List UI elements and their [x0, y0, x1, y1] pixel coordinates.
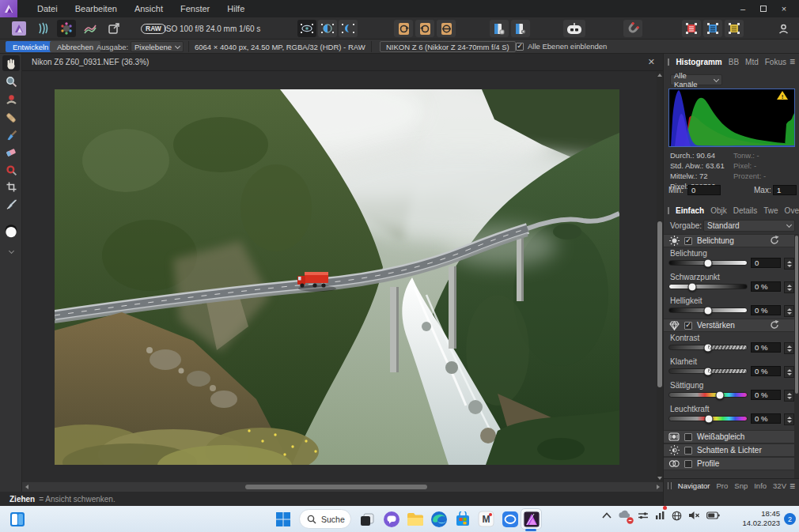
colour-swatch[interactable] — [2, 221, 20, 242]
section-schatten-lichter-header[interactable]: Schatten & Lichter — [664, 443, 799, 457]
document-close-icon[interactable]: ✕ — [648, 57, 655, 67]
overlay-eye-icon[interactable] — [297, 20, 316, 37]
min-input[interactable]: 0 — [687, 185, 721, 195]
section-profile-header[interactable]: Profile — [664, 457, 799, 470]
menu-datei[interactable]: Datei — [28, 1, 66, 17]
close-button[interactable]: × — [775, 2, 793, 15]
belichtung-value[interactable]: 0 — [751, 258, 781, 268]
stepper[interactable] — [784, 281, 794, 293]
belichtung-slider[interactable] — [668, 260, 748, 266]
microsoft-store-icon[interactable] — [452, 508, 473, 530]
onedrive-icon[interactable] — [618, 508, 631, 523]
restore-button[interactable] — [755, 2, 772, 15]
file-explorer-icon[interactable] — [404, 508, 426, 530]
menu-ansicht[interactable]: Ansicht — [126, 1, 172, 17]
menu-bearbeiten[interactable]: Bearbeiten — [66, 1, 126, 17]
stepper[interactable] — [784, 258, 794, 270]
network-globe-icon[interactable] — [672, 511, 682, 521]
widgets-icon[interactable] — [6, 508, 28, 530]
schwarzpunkt-slider[interactable] — [668, 284, 748, 289]
tab-fokus[interactable]: Fokus — [762, 55, 790, 69]
weissabgleich-checkbox[interactable] — [684, 433, 692, 441]
minimize-button[interactable]: – — [734, 2, 752, 15]
schatten-lichter-checkbox[interactable] — [684, 447, 692, 455]
assistant-robot-icon[interactable] — [563, 20, 585, 37]
horizontal-scroll-thumb[interactable] — [245, 485, 427, 489]
taskbar-clock[interactable]: 18:45 14.02.2023 — [742, 509, 780, 528]
show-all-layers-checkbox[interactable]: Alle Ebenen einblenden — [516, 42, 607, 51]
search-box[interactable]: Suche — [299, 509, 351, 529]
klarheit-slider[interactable] — [668, 368, 748, 374]
saettigung-value[interactable]: 0 % — [751, 390, 781, 400]
section-verstaerken-header[interactable]: Verstärken — [664, 319, 799, 332]
export-persona-icon[interactable] — [104, 20, 123, 37]
cancel-button[interactable]: Abbrechen — [50, 41, 100, 52]
kontrast-slider[interactable] — [668, 345, 748, 350]
overlay-erase-tool[interactable] — [2, 145, 20, 160]
kontrast-value[interactable]: 0 % — [751, 342, 781, 353]
helligkeit-value[interactable]: 0 % — [751, 305, 781, 315]
tab-tonwerte[interactable]: Twe — [760, 204, 781, 217]
document-tab[interactable]: Nikon Z6 Z60_0931.NEF (36.3%) — [32, 58, 149, 66]
tab-navigator[interactable]: Navigator — [675, 479, 714, 492]
tab-einfach[interactable]: Einfach — [672, 204, 707, 217]
develop-persona-icon[interactable] — [57, 20, 76, 37]
tab-overlays[interactable]: Ove — [782, 204, 799, 217]
tab-bb[interactable]: BB — [725, 55, 742, 69]
m-app-icon[interactable]: M — [475, 508, 497, 530]
straighten-icon[interactable] — [437, 20, 456, 37]
channel-dropdown[interactable]: Alle Kanäle — [670, 74, 722, 85]
rotate-counterclockwise-icon[interactable] — [415, 20, 434, 37]
stepper[interactable] — [784, 342, 794, 354]
tab-32v[interactable]: 32V — [770, 479, 790, 492]
swatch-expand-chevron-icon[interactable] — [2, 243, 20, 259]
start-button[interactable] — [272, 508, 293, 530]
helligkeit-slider[interactable] — [668, 308, 748, 313]
sections-scrollbar[interactable] — [794, 234, 799, 478]
snap-candidates-red-icon[interactable] — [682, 20, 701, 37]
zoom-tool[interactable] — [2, 74, 20, 89]
volume-muted-icon[interactable] — [688, 511, 700, 520]
edge-browser-icon[interactable] — [428, 508, 449, 530]
chat-app-icon[interactable] — [381, 508, 402, 530]
panel-menu-icon[interactable]: ≡ — [790, 481, 795, 492]
preset-dropdown[interactable]: Standard — [703, 220, 795, 232]
scroll-left-arrow[interactable] — [25, 485, 28, 489]
rotate-clockwise-icon[interactable] — [394, 20, 413, 37]
affinity-photo-taskbar-icon[interactable] — [521, 508, 542, 530]
verstaerken-checkbox[interactable] — [684, 322, 692, 330]
tab-details[interactable]: Details — [730, 204, 761, 217]
leuchtkraft-value[interactable]: 0 % — [751, 413, 781, 424]
view-hand-tool[interactable] — [2, 55, 20, 71]
panel-menu-icon[interactable]: ≡ — [790, 56, 795, 67]
photo-persona-icon[interactable] — [9, 20, 28, 37]
leuchtkraft-slider[interactable] — [668, 416, 748, 421]
scroll-down-arrow[interactable] — [657, 477, 662, 480]
snap-candidates-yellow-icon[interactable] — [725, 20, 744, 37]
max-input[interactable]: 1 — [773, 185, 797, 195]
overlay-paint-tool[interactable] — [2, 127, 20, 143]
mixer-icon[interactable] — [638, 511, 649, 520]
saettigung-slider[interactable] — [668, 392, 748, 398]
blemish-removal-tool[interactable] — [2, 110, 20, 126]
crop-tool[interactable] — [2, 179, 20, 194]
snap-candidates-blue-icon[interactable] — [703, 20, 722, 37]
tone-mapping-persona-icon[interactable] — [81, 20, 100, 37]
tab-histogramm[interactable]: Histogramm — [672, 55, 725, 69]
tab-protokoll[interactable]: Pro — [714, 479, 732, 492]
tab-mtd[interactable]: Mtd — [742, 55, 762, 69]
reset-icon[interactable] — [770, 320, 779, 331]
belichtung-checkbox[interactable] — [684, 237, 692, 245]
output-dropdown[interactable]: Pixelebene — [131, 41, 184, 52]
vertical-scroll-thumb[interactable] — [657, 221, 662, 387]
battery-icon[interactable] — [706, 511, 720, 519]
panel-drag-handle[interactable] — [668, 58, 669, 66]
schwarzpunkt-value[interactable]: 0 % — [751, 281, 781, 292]
white-balance-tool[interactable] — [2, 162, 20, 178]
tab-snapshots[interactable]: Snp — [731, 479, 751, 492]
stepper[interactable] — [784, 390, 794, 402]
tab-info[interactable]: Info — [751, 479, 770, 492]
sections-scroll-thumb[interactable] — [795, 236, 798, 394]
mirror-view-icon[interactable] — [339, 20, 358, 37]
notification-badge[interactable]: 2 — [784, 513, 796, 525]
